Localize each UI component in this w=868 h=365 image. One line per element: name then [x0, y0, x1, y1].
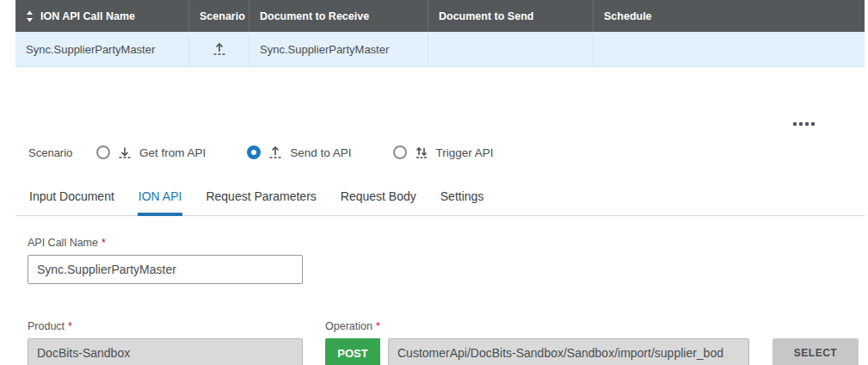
- column-label: Document to Send: [439, 10, 533, 22]
- document-to-receive-value: Sync.SupplierPartyMaster: [260, 43, 389, 56]
- send-to-api-icon: [268, 145, 283, 160]
- api-calls-table: ION API Call Name Scenario Document to R…: [15, 0, 865, 67]
- tab-request-parameters[interactable]: Request Parameters: [205, 182, 317, 216]
- cell-scenario: [189, 32, 249, 66]
- required-marker: *: [68, 320, 72, 332]
- label-text: API Call Name: [28, 237, 98, 249]
- cell-document-to-receive: Sync.SupplierPartyMaster: [249, 32, 428, 66]
- operation-field: Operation* POST SELECT: [325, 300, 859, 365]
- ion-api-form: API Call Name* Product* Operation* POST …: [0, 237, 868, 365]
- radio-option-get-from-api[interactable]: Get from API: [96, 145, 206, 160]
- operation-path-input[interactable]: [388, 338, 749, 365]
- table-header-row: ION API Call Name Scenario Document to R…: [15, 0, 865, 32]
- column-header-schedule[interactable]: Schedule: [594, 0, 865, 32]
- table-row[interactable]: Sync.SupplierPartyMaster Sync.SupplierPa…: [15, 32, 865, 67]
- radio-label: Send to API: [290, 146, 351, 159]
- cell-document-to-send: [428, 32, 594, 66]
- radio-button[interactable]: [96, 145, 110, 159]
- send-to-api-icon: [212, 41, 227, 57]
- radio-option-send-to-api[interactable]: Send to API: [247, 145, 351, 160]
- label-text: Product: [28, 320, 65, 332]
- product-operation-row: Product* Operation* POST SELECT: [28, 300, 868, 365]
- operation-label: Operation*: [325, 320, 859, 332]
- api-call-name-field: API Call Name*: [28, 237, 868, 284]
- more-options-handle[interactable]: [793, 122, 815, 126]
- ion-api-configuration-page: ION API Call Name Scenario Document to R…: [0, 0, 868, 365]
- radio-label: Get from API: [139, 146, 206, 159]
- tab-settings[interactable]: Settings: [440, 182, 485, 216]
- product-input[interactable]: [28, 338, 303, 365]
- radio-option-trigger-api[interactable]: Trigger API: [393, 145, 494, 160]
- get-from-api-icon: [117, 145, 132, 160]
- dot-icon: [793, 122, 797, 126]
- trigger-api-icon: [414, 145, 429, 160]
- tab-input-document[interactable]: Input Document: [28, 182, 115, 216]
- tab-request-body[interactable]: Request Body: [340, 182, 417, 216]
- label-text: Operation: [325, 320, 372, 332]
- scenario-radio-group: Scenario Get from API Send: [28, 145, 868, 160]
- column-label: Scenario: [200, 10, 245, 22]
- scenario-label: Scenario: [28, 146, 96, 159]
- column-header-document-to-receive[interactable]: Document to Receive: [249, 0, 428, 32]
- api-call-name-input[interactable]: [28, 255, 303, 284]
- column-label: ION API Call Name: [40, 10, 135, 22]
- column-label: Document to Receive: [260, 10, 369, 22]
- dot-icon: [805, 122, 809, 126]
- column-header-ion-api-call-name[interactable]: ION API Call Name: [15, 0, 189, 32]
- dot-icon: [799, 122, 803, 126]
- operation-controls: POST SELECT: [325, 338, 859, 365]
- sort-icon[interactable]: [26, 10, 34, 22]
- required-marker: *: [102, 237, 106, 249]
- radio-label: Trigger API: [436, 146, 494, 159]
- column-header-document-to-send[interactable]: Document to Send: [428, 0, 594, 32]
- tab-bar: Input Document ION API Request Parameter…: [15, 182, 865, 216]
- column-label: Schedule: [604, 10, 652, 22]
- column-header-scenario[interactable]: Scenario: [189, 0, 249, 32]
- tab-ion-api[interactable]: ION API: [138, 182, 183, 216]
- api-call-name-label: API Call Name*: [28, 237, 868, 249]
- product-field: Product*: [28, 300, 303, 365]
- select-button[interactable]: SELECT: [773, 338, 859, 365]
- cell-schedule: [594, 32, 865, 66]
- required-marker: *: [376, 320, 380, 332]
- http-method-badge: POST: [325, 338, 380, 365]
- radio-button-selected[interactable]: [247, 145, 261, 159]
- api-call-name-value: Sync.SupplierPartyMaster: [26, 43, 155, 56]
- product-label: Product*: [28, 320, 303, 332]
- cell-api-call-name: Sync.SupplierPartyMaster: [15, 32, 189, 66]
- dot-icon: [811, 122, 815, 126]
- radio-button[interactable]: [393, 145, 407, 159]
